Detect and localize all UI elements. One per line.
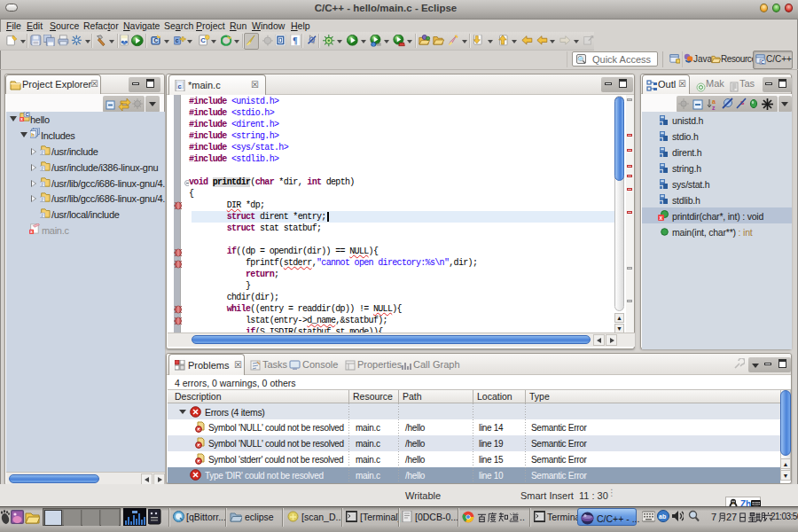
svg-text:¶: ¶	[293, 35, 298, 45]
svg-text:C: C	[761, 59, 764, 65]
svg-text:x: x	[20, 116, 23, 121]
svg-text:a: a	[712, 98, 716, 105]
svg-text:x: x	[660, 215, 663, 221]
svg-text:C: C	[25, 112, 28, 117]
svg-text:z: z	[712, 105, 716, 111]
svg-text:x: x	[30, 229, 33, 234]
svg-text:ab: ab	[659, 513, 666, 520]
svg-text:c: c	[178, 82, 182, 90]
svg-text:C: C	[153, 37, 158, 43]
svg-text:c: c	[176, 37, 179, 43]
